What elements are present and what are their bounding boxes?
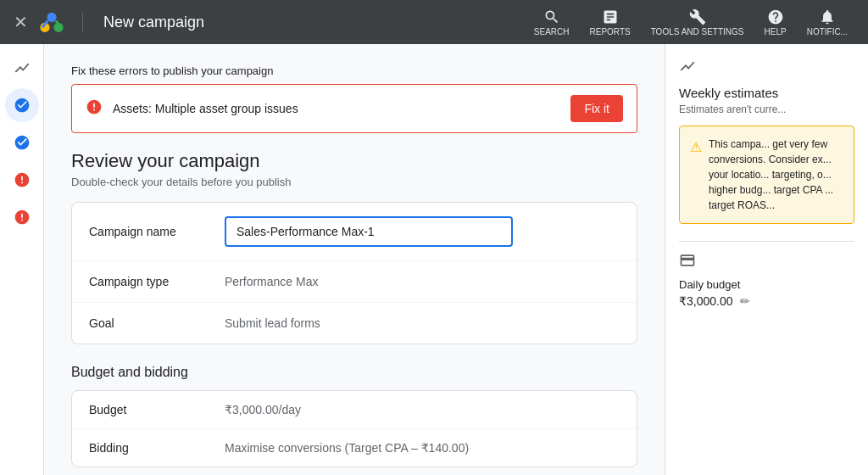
campaign-name-row: Campaign name	[72, 203, 637, 261]
close-icon[interactable]: ✕	[14, 14, 28, 31]
daily-budget-value-row: ₹3,000.00 ✏	[679, 294, 854, 308]
budget-label: Budget	[89, 403, 225, 416]
warning-icon: ⚠	[690, 137, 702, 213]
content-area: Fix these errors to publish your campaig…	[44, 44, 665, 475]
topbar-title: New campaign	[103, 14, 204, 31]
campaign-goal-row: Goal Submit lead forms	[72, 303, 637, 344]
sidebar-item-analytics[interactable]	[5, 51, 39, 85]
right-panel: Weekly estimates Estimates aren't curre.…	[665, 44, 868, 475]
campaign-type-value: Performance Max	[225, 275, 620, 288]
campaign-details-card: Campaign name Campaign type Performance …	[71, 202, 637, 344]
campaign-goal-label: Goal	[89, 316, 225, 330]
sidebar-item-error2[interactable]	[5, 200, 39, 234]
daily-budget-section: Daily budget ₹3,000.00 ✏	[679, 252, 854, 308]
sidebar-item-error1[interactable]	[5, 163, 39, 197]
search-action[interactable]: SEARCH	[527, 5, 576, 40]
topbar-left: ✕ New campaign	[14, 8, 204, 36]
left-sidebar	[0, 44, 44, 475]
weekly-estimates-subtitle: Estimates aren't curre...	[679, 103, 854, 115]
budget-row: Budget ₹3,000.00/day	[72, 391, 637, 429]
error-banner: Assets: Multiple asset group issues Fix …	[71, 84, 637, 133]
campaign-name-input[interactable]	[225, 216, 513, 247]
fix-it-button[interactable]: Fix it	[570, 95, 623, 122]
review-title: Review your campaign	[71, 150, 637, 172]
campaign-goal-value: Submit lead forms	[225, 316, 620, 330]
weekly-estimates-title: Weekly estimates	[679, 86, 854, 100]
bidding-row: Bidding Maximise conversions (Target CPA…	[72, 429, 637, 467]
reports-action[interactable]: REPORTS	[583, 5, 637, 40]
panel-divider	[679, 241, 854, 242]
sidebar-item-check1[interactable]	[5, 88, 39, 122]
daily-budget-title: Daily budget	[679, 278, 854, 291]
error-circle-icon	[86, 98, 103, 120]
error-message: Assets: Multiple asset group issues	[113, 102, 560, 115]
bidding-value: Maximise conversions (Target CPA – ₹140.…	[225, 441, 469, 455]
topbar-actions: SEARCH REPORTS TOOLS AND SETTINGS HELP N…	[527, 5, 854, 40]
help-action[interactable]: HELP	[758, 5, 793, 40]
error-section: Fix these errors to publish your campaig…	[71, 64, 637, 133]
campaign-type-row: Campaign type Performance Max	[72, 261, 637, 303]
search-label: SEARCH	[534, 27, 570, 36]
notif-action[interactable]: NOTIFIC...	[800, 5, 854, 40]
warning-box: ⚠ This campa... get very few conversions…	[679, 126, 854, 224]
campaign-name-label: Campaign name	[89, 225, 225, 238]
weekly-estimates-section: Weekly estimates Estimates aren't curre.…	[679, 58, 854, 224]
error-section-title: Fix these errors to publish your campaig…	[71, 64, 637, 77]
edit-budget-icon[interactable]: ✏	[740, 294, 750, 308]
notif-label: NOTIFIC...	[807, 27, 848, 36]
budget-card: Budget ₹3,000.00/day Bidding Maximise co…	[71, 390, 637, 467]
review-subtitle: Double-check your details before you pub…	[71, 176, 637, 188]
sidebar-item-check2[interactable]	[5, 126, 39, 159]
tools-label: TOOLS AND SETTINGS	[651, 27, 744, 36]
reports-label: REPORTS	[590, 27, 631, 36]
trending-up-icon	[679, 58, 854, 79]
topbar: ✕ New campaign SEARCH REPORTS TOOLS AND …	[0, 0, 868, 44]
tools-action[interactable]: TOOLS AND SETTINGS	[644, 5, 751, 40]
topbar-divider	[82, 12, 83, 32]
help-label: HELP	[765, 27, 787, 36]
bidding-label: Bidding	[89, 441, 225, 455]
budget-section-title: Budget and bidding	[71, 365, 637, 380]
review-section: Review your campaign Double-check your d…	[71, 150, 637, 344]
warning-text: This campa... get very few conversions. …	[709, 137, 843, 213]
daily-budget-amount: ₹3,000.00	[679, 294, 733, 308]
credit-card-icon	[679, 252, 854, 273]
budget-section: Budget and bidding Budget ₹3,000.00/day …	[71, 365, 637, 467]
google-ads-logo	[38, 8, 65, 36]
budget-value: ₹3,000.00/day	[225, 403, 301, 416]
main-layout: Fix these errors to publish your campaig…	[0, 44, 868, 475]
campaign-type-label: Campaign type	[89, 275, 225, 288]
